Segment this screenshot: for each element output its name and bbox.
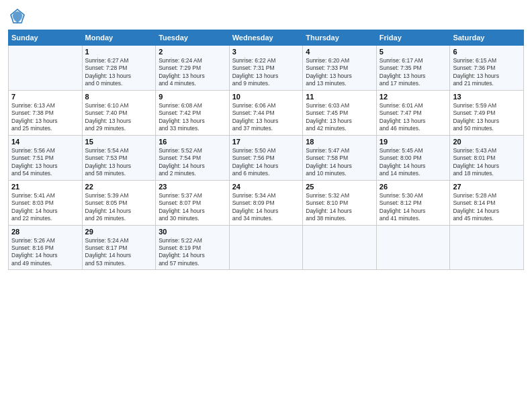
calendar-table: SundayMondayTuesdayWednesdayThursdayFrid…: [8, 30, 524, 270]
day-info: Sunrise: 5:41 AMSunset: 8:03 PMDaylight:…: [11, 192, 79, 223]
day-info: Sunrise: 6:08 AMSunset: 7:42 PMDaylight:…: [159, 102, 226, 133]
calendar-cell: 10Sunrise: 6:06 AMSunset: 7:44 PMDayligh…: [229, 90, 303, 135]
day-number: 22: [85, 183, 153, 191]
col-header-thursday: Thursday: [303, 30, 377, 46]
day-number: 28: [11, 228, 79, 236]
calendar-cell: 6Sunrise: 6:15 AMSunset: 7:36 PMDaylight…: [450, 46, 524, 91]
header: [8, 7, 524, 26]
day-number: 12: [380, 93, 447, 101]
calendar-week-5: 28Sunrise: 5:26 AMSunset: 8:16 PMDayligh…: [9, 225, 524, 270]
calendar-cell: 15Sunrise: 5:54 AMSunset: 7:53 PMDayligh…: [82, 135, 156, 180]
day-number: 14: [11, 138, 79, 146]
calendar-week-2: 7Sunrise: 6:13 AMSunset: 7:38 PMDaylight…: [9, 90, 524, 135]
day-info: Sunrise: 5:52 AMSunset: 7:54 PMDaylight:…: [159, 147, 226, 178]
day-number: 16: [159, 138, 226, 146]
day-number: 6: [453, 48, 521, 56]
calendar-cell: 30Sunrise: 5:22 AMSunset: 8:19 PMDayligh…: [156, 225, 230, 270]
logo-icon: [8, 7, 27, 26]
calendar-header-row: SundayMondayTuesdayWednesdayThursdayFrid…: [9, 30, 524, 46]
day-info: Sunrise: 5:32 AMSunset: 8:10 PMDaylight:…: [306, 192, 373, 223]
calendar-cell: 27Sunrise: 5:28 AMSunset: 8:14 PMDayligh…: [450, 180, 524, 225]
day-number: 3: [232, 48, 300, 56]
day-number: 26: [380, 183, 447, 191]
day-info: Sunrise: 5:24 AMSunset: 8:17 PMDaylight:…: [85, 237, 153, 268]
calendar-cell: 29Sunrise: 5:24 AMSunset: 8:17 PMDayligh…: [82, 225, 156, 270]
day-number: 20: [453, 138, 521, 146]
day-number: 2: [159, 48, 226, 56]
day-number: 27: [453, 183, 521, 191]
col-header-wednesday: Wednesday: [229, 30, 303, 46]
calendar-cell: [9, 46, 83, 91]
day-info: Sunrise: 6:13 AMSunset: 7:38 PMDaylight:…: [11, 102, 79, 133]
calendar-cell: 16Sunrise: 5:52 AMSunset: 7:54 PMDayligh…: [156, 135, 230, 180]
day-number: 25: [306, 183, 373, 191]
day-number: 10: [232, 93, 300, 101]
day-info: Sunrise: 6:03 AMSunset: 7:45 PMDaylight:…: [306, 102, 373, 133]
calendar-cell: 22Sunrise: 5:39 AMSunset: 8:05 PMDayligh…: [82, 180, 156, 225]
day-info: Sunrise: 5:30 AMSunset: 8:12 PMDaylight:…: [380, 192, 447, 223]
calendar-cell: 7Sunrise: 6:13 AMSunset: 7:38 PMDaylight…: [9, 90, 83, 135]
calendar-cell: 25Sunrise: 5:32 AMSunset: 8:10 PMDayligh…: [303, 180, 377, 225]
day-number: 30: [159, 228, 226, 236]
calendar-cell: 5Sunrise: 6:17 AMSunset: 7:35 PMDaylight…: [376, 46, 450, 91]
col-header-sunday: Sunday: [9, 30, 83, 46]
day-info: Sunrise: 5:54 AMSunset: 7:53 PMDaylight:…: [85, 147, 153, 178]
calendar-cell: [303, 225, 377, 270]
day-info: Sunrise: 6:22 AMSunset: 7:31 PMDaylight:…: [232, 57, 300, 88]
calendar-cell: 8Sunrise: 6:10 AMSunset: 7:40 PMDaylight…: [82, 90, 156, 135]
day-number: 17: [232, 138, 300, 146]
col-header-tuesday: Tuesday: [156, 30, 230, 46]
day-info: Sunrise: 5:22 AMSunset: 8:19 PMDaylight:…: [159, 237, 226, 268]
day-info: Sunrise: 5:47 AMSunset: 7:58 PMDaylight:…: [306, 147, 373, 178]
logo: [8, 7, 30, 26]
day-number: 1: [85, 48, 153, 56]
day-number: 4: [306, 48, 373, 56]
day-number: 11: [306, 93, 373, 101]
calendar-cell: 12Sunrise: 6:01 AMSunset: 7:47 PMDayligh…: [376, 90, 450, 135]
calendar-cell: 1Sunrise: 6:27 AMSunset: 7:28 PMDaylight…: [82, 46, 156, 91]
calendar-cell: 11Sunrise: 6:03 AMSunset: 7:45 PMDayligh…: [303, 90, 377, 135]
calendar-cell: 20Sunrise: 5:43 AMSunset: 8:01 PMDayligh…: [450, 135, 524, 180]
calendar-cell: 2Sunrise: 6:24 AMSunset: 7:29 PMDaylight…: [156, 46, 230, 91]
day-info: Sunrise: 5:59 AMSunset: 7:49 PMDaylight:…: [453, 102, 521, 133]
day-number: 29: [85, 228, 153, 236]
day-info: Sunrise: 6:06 AMSunset: 7:44 PMDaylight:…: [232, 102, 300, 133]
day-number: 23: [159, 183, 226, 191]
page: SundayMondayTuesdayWednesdayThursdayFrid…: [0, 0, 532, 411]
day-info: Sunrise: 6:27 AMSunset: 7:28 PMDaylight:…: [85, 57, 153, 88]
day-info: Sunrise: 5:28 AMSunset: 8:14 PMDaylight:…: [453, 192, 521, 223]
calendar-cell: 26Sunrise: 5:30 AMSunset: 8:12 PMDayligh…: [376, 180, 450, 225]
day-info: Sunrise: 5:26 AMSunset: 8:16 PMDaylight:…: [11, 237, 79, 268]
calendar-week-3: 14Sunrise: 5:56 AMSunset: 7:51 PMDayligh…: [9, 135, 524, 180]
day-info: Sunrise: 6:01 AMSunset: 7:47 PMDaylight:…: [380, 102, 447, 133]
day-info: Sunrise: 5:39 AMSunset: 8:05 PMDaylight:…: [85, 192, 153, 223]
calendar-cell: 18Sunrise: 5:47 AMSunset: 7:58 PMDayligh…: [303, 135, 377, 180]
calendar-week-4: 21Sunrise: 5:41 AMSunset: 8:03 PMDayligh…: [9, 180, 524, 225]
day-info: Sunrise: 5:34 AMSunset: 8:09 PMDaylight:…: [232, 192, 300, 223]
calendar-cell: 28Sunrise: 5:26 AMSunset: 8:16 PMDayligh…: [9, 225, 83, 270]
day-number: 24: [232, 183, 300, 191]
calendar-cell: 9Sunrise: 6:08 AMSunset: 7:42 PMDaylight…: [156, 90, 230, 135]
day-number: 13: [453, 93, 521, 101]
calendar-cell: [376, 225, 450, 270]
calendar-cell: 4Sunrise: 6:20 AMSunset: 7:33 PMDaylight…: [303, 46, 377, 91]
calendar-cell: 13Sunrise: 5:59 AMSunset: 7:49 PMDayligh…: [450, 90, 524, 135]
col-header-friday: Friday: [376, 30, 450, 46]
day-info: Sunrise: 6:15 AMSunset: 7:36 PMDaylight:…: [453, 57, 521, 88]
calendar-cell: 19Sunrise: 5:45 AMSunset: 8:00 PMDayligh…: [376, 135, 450, 180]
calendar-week-1: 1Sunrise: 6:27 AMSunset: 7:28 PMDaylight…: [9, 46, 524, 91]
calendar-cell: 23Sunrise: 5:37 AMSunset: 8:07 PMDayligh…: [156, 180, 230, 225]
day-info: Sunrise: 6:17 AMSunset: 7:35 PMDaylight:…: [380, 57, 447, 88]
day-number: 18: [306, 138, 373, 146]
day-number: 5: [380, 48, 447, 56]
col-header-saturday: Saturday: [450, 30, 524, 46]
day-info: Sunrise: 5:43 AMSunset: 8:01 PMDaylight:…: [453, 147, 521, 178]
col-header-monday: Monday: [82, 30, 156, 46]
calendar-cell: [229, 225, 303, 270]
calendar-cell: [450, 225, 524, 270]
day-info: Sunrise: 5:50 AMSunset: 7:56 PMDaylight:…: [232, 147, 300, 178]
day-number: 15: [85, 138, 153, 146]
calendar-cell: 24Sunrise: 5:34 AMSunset: 8:09 PMDayligh…: [229, 180, 303, 225]
calendar-cell: 21Sunrise: 5:41 AMSunset: 8:03 PMDayligh…: [9, 180, 83, 225]
day-info: Sunrise: 6:20 AMSunset: 7:33 PMDaylight:…: [306, 57, 373, 88]
